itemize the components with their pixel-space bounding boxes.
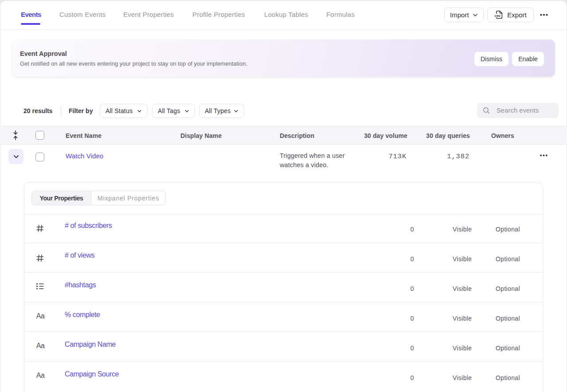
svg-text:csv: csv bbox=[495, 14, 501, 18]
